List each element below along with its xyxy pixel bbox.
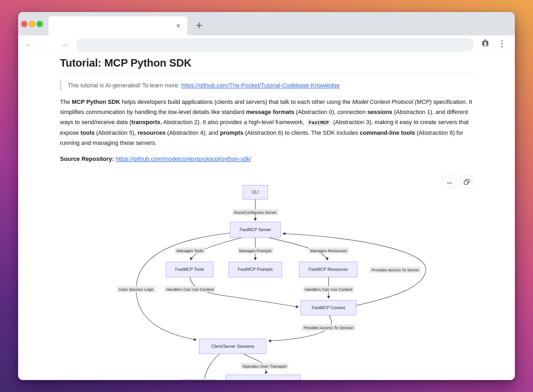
edge-label-uses-session-logic: Uses Session Logic bbox=[117, 286, 155, 292]
intro-paragraph: The MCP Python SDK helps developers buil… bbox=[60, 97, 478, 148]
node-transport-cutoff bbox=[226, 375, 300, 380]
source-repository-line: Source Repository: https://github.com/mo… bbox=[60, 156, 478, 162]
source-repository-label: Source Repository: bbox=[60, 156, 114, 162]
edge-label-provides-access-to-session: Provides Access To Session bbox=[302, 325, 355, 331]
edge-label-manages-tools: Manages Tools bbox=[175, 248, 205, 254]
edge-label-provides-access-to-server: Provides Access To Server bbox=[370, 267, 421, 273]
node-fastmcp-resources: FastMCP Resources bbox=[299, 262, 357, 277]
node-client-server-sessions: Client/Server Sessions bbox=[199, 339, 266, 354]
edge-label-handlers-context-right: Handlers Can Use Context bbox=[303, 286, 354, 292]
architecture-diagram: Runs/Configures Server Manages Tools Man… bbox=[18, 173, 515, 380]
edge-label-cutoff bbox=[182, 379, 216, 380]
tab-close-icon[interactable]: × bbox=[173, 21, 183, 31]
node-fastmcp-prompts: FastMCP Prompts bbox=[229, 262, 282, 277]
node-fastmcp-context: FastMCP Context bbox=[301, 300, 356, 315]
minimize-window-button[interactable] bbox=[29, 21, 35, 27]
forward-icon[interactable]: → bbox=[58, 38, 70, 50]
expand-arrows-icon: ↔ bbox=[446, 178, 453, 186]
diagram-copy-button[interactable] bbox=[460, 175, 474, 189]
back-icon[interactable]: ← bbox=[23, 38, 35, 50]
node-fastmcp-server: FastMCP Server bbox=[230, 222, 281, 238]
maximize-window-button[interactable] bbox=[37, 21, 43, 27]
tutorial-codebase-link[interactable]: https://github.com/The-Pocket/Tutorial-C… bbox=[181, 82, 340, 89]
menu-kebab-icon[interactable] bbox=[497, 38, 507, 50]
browser-window: × + ← → bbox=[18, 12, 515, 380]
profile-icon[interactable] bbox=[479, 37, 491, 49]
address-bar-input[interactable] bbox=[76, 38, 474, 52]
ai-generated-note: This tutorial is AI-generated! To learn … bbox=[60, 80, 478, 91]
page-title: Tutorial: MCP Python SDK bbox=[60, 57, 478, 74]
note-text: This tutorial is AI-generated! To learn … bbox=[68, 82, 181, 89]
tab-strip: × + bbox=[18, 12, 515, 35]
browser-toolbar: ← → bbox=[18, 35, 515, 54]
edge-sessions-cutoff bbox=[204, 354, 220, 380]
close-window-button[interactable] bbox=[21, 21, 27, 27]
diagram-expand-button[interactable]: ↔ bbox=[442, 175, 456, 189]
edge-label-manages-resources: Manages Resources bbox=[309, 248, 349, 254]
node-fastmcp-tools: FastMCP Tools bbox=[166, 262, 213, 277]
page-content: Tutorial: MCP Python SDK This tutorial i… bbox=[18, 54, 515, 380]
source-repository-link[interactable]: https://github.com/modelcontextprotocol/… bbox=[116, 156, 251, 162]
edge-label-operates-over-transport: Operates Over Transport bbox=[241, 363, 288, 369]
browser-tab[interactable]: × bbox=[49, 16, 187, 35]
node-cli: CLI bbox=[243, 185, 268, 199]
inline-code-fastmcp: FastMCP bbox=[306, 119, 332, 126]
edge-label-manages-prompts: Manages Prompts bbox=[237, 248, 273, 254]
new-tab-button[interactable]: + bbox=[193, 19, 205, 31]
edge-label-handlers-context-left: Handlers Can Use Context bbox=[165, 286, 215, 292]
edge-label-runs-configures-server: Runs/Configures Server bbox=[232, 209, 278, 215]
desktop-background: × + ← → bbox=[0, 0, 533, 392]
copy-icon bbox=[463, 178, 470, 185]
